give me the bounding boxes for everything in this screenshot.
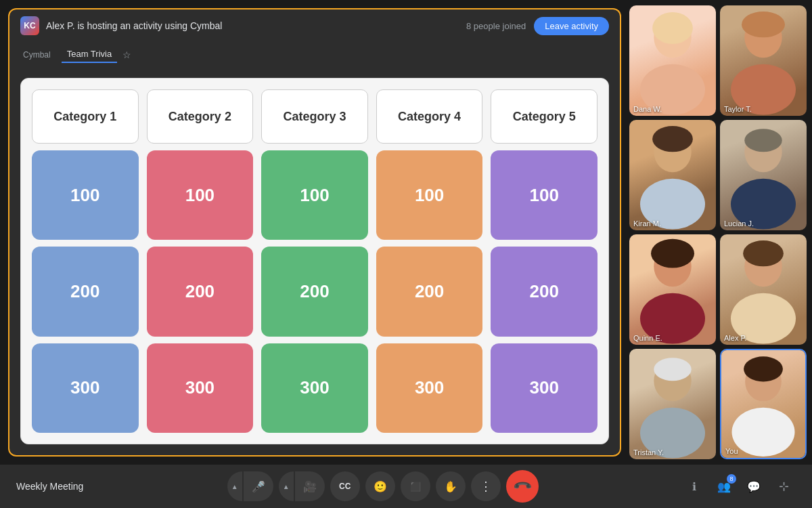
participant-tile-taylor: Taylor T. — [720, 5, 807, 116]
chat-icon: 💬 — [747, 480, 761, 493]
score-tile-1-200[interactable]: 200 — [32, 247, 139, 336]
participant-name-kiran: Kiran M. — [633, 219, 661, 228]
participant-photo-tristan — [629, 349, 716, 459]
category-header-1: Category 1 — [32, 89, 139, 144]
participant-tile-kiran: Kiran M. — [629, 120, 716, 230]
score-tile-4-200[interactable]: 200 — [376, 247, 483, 336]
participant-photo-dana — [629, 5, 716, 116]
svg-point-20 — [654, 358, 691, 381]
participant-tile-you: You — [720, 349, 807, 459]
present-button[interactable]: ⬛ — [401, 471, 430, 501]
controls-right: ℹ 👥 8 💬 ⊹ — [682, 474, 796, 499]
bottom-bar: Weekly Meeting ▲ 🎤 ▲ 🎥 CC 🙂 ⬛ ✋ ⋮ 📞 — [0, 465, 812, 508]
svg-point-14 — [651, 239, 694, 268]
participant-tile-tristan: Tristan Y. — [629, 349, 716, 459]
participant-name-you: You — [725, 447, 738, 455]
participant-photo-alex — [720, 234, 807, 345]
tab-cymbal[interactable]: Cymbal — [18, 47, 56, 62]
activities-button[interactable]: ⊹ — [771, 474, 796, 499]
participant-photo-kiran — [629, 120, 716, 230]
activity-header: KC Alex P. is hosting an activity using … — [8, 8, 621, 42]
trivia-column-3: Category 3 100 200 300 — [261, 89, 368, 433]
end-call-button[interactable]: 📞 — [506, 470, 539, 503]
participant-name-quinn: Quinn E. — [633, 334, 662, 342]
activity-title: Alex P. is hosting an activity using Cym… — [46, 20, 222, 31]
present-icon: ⬛ — [410, 482, 421, 492]
score-tile-1-100[interactable]: 100 — [32, 150, 139, 240]
svg-point-2 — [652, 12, 693, 44]
info-button[interactable]: ℹ — [682, 474, 706, 499]
camera-button[interactable]: 🎥 — [295, 471, 325, 501]
svg-point-5 — [742, 12, 785, 37]
score-tile-4-300[interactable]: 300 — [376, 343, 483, 433]
svg-point-23 — [744, 356, 783, 381]
meeting-title-section: Weekly Meeting — [16, 480, 83, 492]
score-tile-5-200[interactable]: 200 — [491, 247, 597, 336]
category-header-3: Category 3 — [261, 89, 368, 144]
svg-point-11 — [744, 129, 782, 152]
chat-button[interactable]: 💬 — [742, 474, 766, 499]
controls-center: ▲ 🎤 ▲ 🎥 CC 🙂 ⬛ ✋ ⋮ 📞 — [227, 470, 539, 503]
participant-photo-you — [721, 350, 805, 458]
svg-point-22 — [732, 408, 795, 457]
category-header-4: Category 4 — [376, 89, 483, 144]
captions-button[interactable]: CC — [330, 471, 360, 501]
score-tile-1-300[interactable]: 300 — [32, 343, 139, 433]
participant-tile-alex: Alex P. — [720, 234, 807, 345]
score-tile-2-100[interactable]: 100 — [147, 150, 254, 240]
participant-tile-lucian: Lucian J. — [720, 120, 807, 230]
category-header-2: Category 2 — [147, 89, 254, 144]
participant-photo-lucian — [720, 120, 807, 230]
people-count: 8 people joined — [466, 21, 526, 31]
activities-icon: ⊹ — [779, 479, 789, 494]
score-tile-3-200[interactable]: 200 — [261, 247, 368, 336]
score-tile-4-100[interactable]: 100 — [376, 150, 483, 240]
activity-header-left: KC Alex P. is hosting an activity using … — [20, 16, 222, 35]
mic-button[interactable]: 🎤 — [244, 471, 273, 501]
main-content: KC Alex P. is hosting an activity using … — [0, 0, 812, 465]
camera-group: ▲ 🎥 — [279, 471, 325, 501]
leave-activity-button[interactable]: Leave activity — [534, 17, 609, 35]
emoji-icon: 🙂 — [374, 480, 387, 493]
mic-chevron[interactable]: ▲ — [227, 471, 242, 501]
trivia-board: Category 1 100 200 300 Category 2 100 20… — [20, 78, 609, 444]
activity-panel: KC Alex P. is hosting an activity using … — [0, 0, 629, 465]
trivia-column-1: Category 1 100 200 300 — [32, 89, 139, 433]
cymbal-logo: KC — [20, 16, 39, 35]
logo-text: KC — [24, 21, 35, 30]
participant-name-lucian: Lucian J. — [724, 219, 754, 228]
activity-header-right: 8 people joined Leave activity — [466, 17, 609, 35]
people-button[interactable]: 👥 8 — [712, 474, 736, 499]
participant-photo-quinn — [629, 234, 716, 345]
trivia-column-2: Category 2 100 200 300 — [147, 89, 254, 433]
category-header-5: Category 5 — [491, 89, 597, 144]
score-tile-5-100[interactable]: 100 — [491, 150, 597, 240]
participant-name-tristan: Tristan Y. — [633, 448, 664, 457]
participant-photo-taylor — [720, 5, 807, 116]
more-icon: ⋮ — [480, 479, 492, 494]
score-tile-2-300[interactable]: 300 — [147, 343, 254, 433]
participant-tile-quinn: Quinn E. — [629, 234, 716, 345]
tab-team-trivia[interactable]: Team Trivia — [62, 46, 117, 63]
score-tile-3-300[interactable]: 300 — [261, 343, 368, 433]
activity-tabs: Cymbal Team Trivia ☆ — [8, 42, 621, 67]
end-call-icon: 📞 — [512, 475, 533, 496]
participants-panel: Dana W. Taylor T. Kiran M. — [629, 0, 812, 465]
participant-name-taylor: Taylor T. — [724, 105, 752, 113]
score-tile-2-200[interactable]: 200 — [147, 247, 254, 336]
score-tile-3-100[interactable]: 100 — [261, 150, 368, 240]
meeting-title: Weekly Meeting — [16, 481, 83, 492]
trivia-board-wrapper: Category 1 100 200 300 Category 2 100 20… — [8, 67, 621, 457]
people-badge: 8 — [727, 474, 736, 484]
raise-hand-button[interactable]: ✋ — [436, 471, 466, 501]
more-options-button[interactable]: ⋮ — [471, 471, 501, 501]
participant-name-dana: Dana W. — [633, 105, 662, 113]
trivia-column-4: Category 4 100 200 300 — [376, 89, 483, 433]
raise-hand-icon: ✋ — [444, 480, 457, 493]
camera-chevron[interactable]: ▲ — [279, 471, 294, 501]
star-icon[interactable]: ☆ — [122, 49, 131, 60]
emoji-button[interactable]: 🙂 — [365, 471, 395, 501]
participant-tile-dana: Dana W. — [629, 5, 716, 116]
score-tile-5-300[interactable]: 300 — [491, 343, 597, 433]
captions-icon: CC — [339, 482, 351, 491]
